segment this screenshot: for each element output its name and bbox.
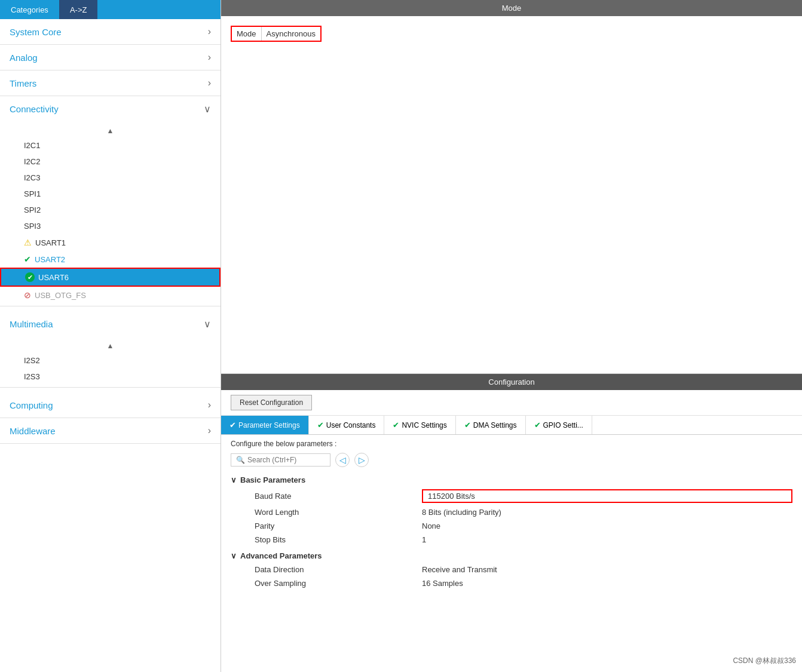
item-label: I2S3 [24, 372, 40, 381]
param-name: Over Sampling [255, 579, 422, 588]
connectivity-list: ▲ I2C1 I2C2 I2C3 SPI1 SPI2 SPI3 [0, 122, 221, 306]
item-label: USART6 [38, 273, 69, 282]
param-row-over-sampling: Over Sampling 16 Samples [231, 576, 792, 590]
sidebar-item-i2c1[interactable]: I2C1 [0, 137, 221, 154]
multimedia-list: ▲ I2S2 I2S3 [0, 337, 221, 387]
sidebar-item-computing[interactable]: Computing › [0, 392, 221, 418]
mode-row: Mode Asynchronous [231, 26, 322, 42]
sidebar-item-spi2[interactable]: SPI2 [0, 202, 221, 218]
sidebar-item-i2s3[interactable]: I2S3 [0, 369, 221, 385]
sidebar-item-middleware[interactable]: Middleware › [0, 418, 221, 444]
sidebar-item-i2c3[interactable]: I2C3 [0, 170, 221, 186]
tab-label: User Constants [326, 421, 376, 429]
item-label: I2S2 [24, 356, 40, 365]
tab-parameter-settings[interactable]: ✔ Parameter Settings [221, 416, 309, 434]
multimedia-header[interactable]: Multimedia ∨ [0, 311, 221, 337]
param-value-parity: None [422, 521, 792, 530]
chevron-right-icon: › [208, 400, 211, 410]
search-box: 🔍 [231, 453, 330, 467]
item-label: SPI2 [24, 205, 41, 214]
check-icon: ✔ [229, 421, 236, 429]
config-body: Configure the below parameters : 🔍 ◁ ▷ ∨… [221, 435, 802, 672]
mode-content: Mode Asynchronous [221, 16, 802, 373]
sidebar-item-i2c2[interactable]: I2C2 [0, 154, 221, 170]
config-section-header: Configuration [221, 374, 802, 390]
scroll-up-indicator: ▲ [0, 339, 221, 352]
sidebar: Categories A->Z System Core › Analog › T… [0, 0, 221, 672]
sidebar-tabs: Categories A->Z [0, 0, 221, 19]
item-label: I2C3 [24, 173, 40, 182]
nav-next-button[interactable]: ▷ [354, 453, 369, 467]
chevron-right-icon: › [208, 78, 211, 88]
sidebar-item-system-core[interactable]: System Core › [0, 19, 221, 45]
param-row-data-direction: Data Direction Receive and Transmit [231, 563, 792, 576]
sidebar-item-timers[interactable]: Timers › [0, 70, 221, 96]
param-row-stop-bits: Stop Bits 1 [231, 533, 792, 547]
tab-label: GPIO Setti... [543, 421, 583, 429]
sidebar-item-usart2[interactable]: ✔ USART2 [0, 251, 221, 268]
chevron-right-icon: › [208, 26, 211, 37]
param-row-parity: Parity None [231, 519, 792, 533]
mode-section: Mode Mode Asynchronous [221, 0, 802, 373]
basic-parameters-header[interactable]: ∨ Basic Parameters [231, 473, 792, 487]
param-name: Baud Rate [255, 492, 422, 501]
sidebar-item-usb-otg-fs[interactable]: ⊘ USB_OTG_FS [0, 287, 221, 303]
check-icon: ✔ [25, 272, 35, 282]
param-row-baud-rate: Baud Rate 115200 Bits/s [231, 487, 792, 505]
check-icon: ✔ [464, 421, 471, 429]
connectivity-label: Connectivity [10, 104, 59, 114]
usart6-selected-box: ✔ USART6 [0, 268, 221, 287]
sidebar-item-multimedia: Multimedia ∨ ▲ I2S2 I2S3 [0, 311, 221, 388]
main-content: Mode Mode Asynchronous Configuration Res… [221, 0, 802, 672]
chevron-down-icon: ∨ [204, 103, 211, 115]
sidebar-item-usart1[interactable]: ⚠ USART1 [0, 234, 221, 251]
search-input[interactable] [247, 456, 325, 464]
item-label: USART1 [35, 238, 66, 247]
tab-a-z[interactable]: A->Z [59, 0, 98, 19]
param-value-stop-bits: 1 [422, 535, 792, 544]
param-name: Word Length [255, 508, 422, 517]
sidebar-item-spi1[interactable]: SPI1 [0, 186, 221, 202]
connectivity-header[interactable]: Connectivity ∨ [0, 96, 221, 122]
tab-nvic-settings[interactable]: ✔ NVIC Settings [384, 416, 455, 434]
config-tabs: ✔ Parameter Settings ✔ User Constants ✔ … [221, 416, 802, 435]
sidebar-item-spi3[interactable]: SPI3 [0, 218, 221, 234]
item-label: USART2 [35, 255, 65, 264]
sidebar-item-label: Timers [10, 78, 36, 88]
multimedia-label: Multimedia [10, 319, 53, 329]
tab-user-constants[interactable]: ✔ User Constants [309, 416, 385, 434]
sidebar-item-analog[interactable]: Analog › [0, 45, 221, 70]
tab-categories[interactable]: Categories [0, 0, 59, 19]
check-icon: ✔ [24, 254, 31, 264]
group-label: Advanced Parameters [240, 551, 322, 560]
tab-gpio-settings[interactable]: ✔ GPIO Setti... [526, 416, 592, 434]
collapse-icon: ∨ [231, 551, 237, 560]
sidebar-item-usart6[interactable]: ✔ USART6 [1, 269, 219, 286]
chevron-down-icon: ∨ [204, 318, 211, 330]
group-label: Basic Parameters [240, 475, 305, 484]
config-hint: Configure the below parameters : [231, 440, 792, 448]
mode-value: Asynchronous [262, 27, 320, 41]
reset-configuration-button[interactable]: Reset Configuration [231, 395, 312, 410]
sidebar-item-i2s2[interactable]: I2S2 [0, 352, 221, 369]
param-value-over-sampling: 16 Samples [422, 579, 792, 588]
sidebar-content: System Core › Analog › Timers › Connecti… [0, 19, 221, 672]
advanced-parameters-header[interactable]: ∨ Advanced Parameters [231, 549, 792, 563]
item-label: I2C1 [24, 141, 40, 150]
param-name: Parity [255, 521, 422, 530]
mode-label: Mode [232, 27, 262, 41]
tab-dma-settings[interactable]: ✔ DMA Settings [456, 416, 526, 434]
nav-prev-button[interactable]: ◁ [335, 453, 350, 467]
check-icon: ✔ [317, 421, 324, 429]
sidebar-item-label: Middleware [10, 426, 56, 436]
tab-label: DMA Settings [473, 421, 517, 429]
search-icon: 🔍 [236, 456, 245, 464]
sidebar-item-connectivity: Connectivity ∨ ▲ I2C1 I2C2 I2C3 SPI1 SP [0, 96, 221, 306]
param-value-word-length: 8 Bits (including Parity) [422, 508, 792, 517]
collapse-icon: ∨ [231, 475, 237, 484]
param-name: Data Direction [255, 565, 422, 574]
sidebar-item-label: Analog [10, 53, 38, 63]
param-name: Stop Bits [255, 535, 422, 544]
chevron-right-icon: › [208, 52, 211, 63]
tab-label: NVIC Settings [402, 421, 446, 429]
